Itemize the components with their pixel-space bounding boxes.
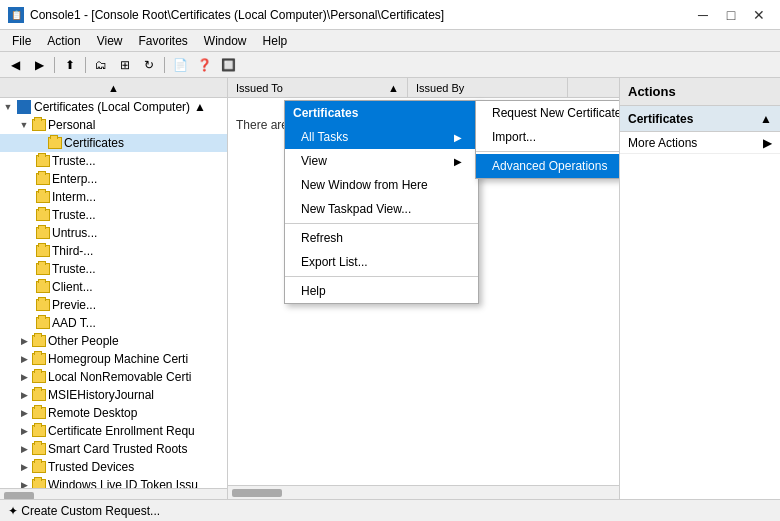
export-button[interactable]: 📄 <box>169 55 191 75</box>
ctx-item-new-taskpad[interactable]: New Taskpad View... <box>285 197 478 221</box>
menu-window[interactable]: Window <box>196 32 255 50</box>
toolbar-sep-2 <box>85 57 86 73</box>
ctx-item-import[interactable]: Import... <box>476 125 620 149</box>
tree-item-local-non[interactable]: ▶ Local NonRemovable Certi <box>0 368 227 386</box>
tree-label-trusted-devices: Trusted Devices <box>48 460 134 474</box>
ctx-item-refresh[interactable]: Refresh <box>285 226 478 250</box>
tree-label: Certificate Enrollment Requ <box>48 424 195 438</box>
main-layout: ▲ ▼ Certificates (Local Computer) ▲ ▼ Pe… <box>0 78 780 499</box>
help-toolbar-button[interactable]: ❓ <box>193 55 215 75</box>
tree-item-msie[interactable]: ▶ MSIEHistoryJournal <box>0 386 227 404</box>
menu-favorites[interactable]: Favorites <box>131 32 196 50</box>
folder-icon <box>36 281 50 293</box>
tree-scroll[interactable]: ▼ Certificates (Local Computer) ▲ ▼ Pers… <box>0 98 227 488</box>
tree-item-interm[interactable]: Interm... <box>0 188 227 206</box>
scroll-thumb <box>232 489 282 497</box>
col-issued-to[interactable]: Issued To ▲ <box>228 78 408 97</box>
toolbar: ◀ ▶ ⬆ 🗂 ⊞ ↻ 📄 ❓ 🔲 <box>0 52 780 78</box>
folder-icon <box>36 191 50 203</box>
folder-icon <box>36 155 50 167</box>
context-menu: Certificates All Tasks ▶ View ▶ New Wind… <box>284 100 479 304</box>
ctx-item-all-tasks[interactable]: All Tasks ▶ <box>285 125 478 149</box>
tree-item-win-live[interactable]: ▶ Windows Live ID Token Issu <box>0 476 227 488</box>
tree-label: Truste... <box>52 208 96 222</box>
extra-button[interactable]: 🔲 <box>217 55 239 75</box>
folder-icon <box>32 461 46 473</box>
forward-button[interactable]: ▶ <box>28 55 50 75</box>
tree-item-certificates[interactable]: Certificates <box>0 134 227 152</box>
folder-icon <box>36 317 50 329</box>
sort-arrow: ▲ <box>388 82 399 94</box>
properties-button[interactable]: ⊞ <box>114 55 136 75</box>
expand-icon: ▶ <box>18 425 30 437</box>
tree-item-personal[interactable]: ▼ Personal <box>0 116 227 134</box>
computer-icon <box>17 100 31 114</box>
actions-section-certificates[interactable]: Certificates ▲ <box>620 106 780 132</box>
toolbar-sep-1 <box>54 57 55 73</box>
actions-item-more[interactable]: More Actions ▶ <box>620 132 780 154</box>
tree-item-untrus[interactable]: Untrus... <box>0 224 227 242</box>
tree-item-cert-enroll[interactable]: ▶ Certificate Enrollment Requ <box>0 422 227 440</box>
folder-icon <box>32 335 46 347</box>
menu-help[interactable]: Help <box>255 32 296 50</box>
ctx-item-help[interactable]: Help <box>285 279 478 303</box>
tree-item-root[interactable]: ▼ Certificates (Local Computer) ▲ <box>0 98 227 116</box>
folder-icon <box>36 263 50 275</box>
ctx-item-new-window[interactable]: New Window from Here <box>285 173 478 197</box>
content-header: Issued To ▲ Issued By <box>228 78 619 98</box>
expand-icon: ▶ <box>18 353 30 365</box>
tree-label: Windows Live ID Token Issu <box>48 478 198 488</box>
tree-label: Third-... <box>52 244 93 258</box>
tree-item-remote[interactable]: ▶ Remote Desktop <box>0 404 227 422</box>
expand-icon: ▶ <box>18 479 30 488</box>
tree-item-enterp[interactable]: Enterp... <box>0 170 227 188</box>
folder-icon <box>36 173 50 185</box>
ctx-item-export[interactable]: Export List... <box>285 250 478 274</box>
folder-icon <box>32 353 46 365</box>
content-horiz-scroll[interactable] <box>228 485 619 499</box>
tree-item-homegroup[interactable]: ▶ Homegroup Machine Certi <box>0 350 227 368</box>
tree-item-trusted-devices[interactable]: ▶ Trusted Devices <box>0 458 227 476</box>
tree-item-truste2[interactable]: Truste... <box>0 206 227 224</box>
content-panel: Issued To ▲ Issued By There are no items… <box>228 78 620 499</box>
minimize-button[interactable]: ─ <box>690 4 716 26</box>
tree-item-aad[interactable]: AAD T... <box>0 314 227 332</box>
tree-label: Interm... <box>52 190 96 204</box>
folder-icon <box>36 245 50 257</box>
tree-label: Homegroup Machine Certi <box>48 352 188 366</box>
col-issued-by[interactable]: Issued By <box>408 78 568 97</box>
folder-icon <box>32 389 46 401</box>
tree-horiz-scroll[interactable] <box>0 488 227 499</box>
tree-item-smart-card[interactable]: ▶ Smart Card Trusted Roots <box>0 440 227 458</box>
tree-item-truste3[interactable]: Truste... <box>0 260 227 278</box>
ctx-sep-3 <box>476 151 620 152</box>
up-button[interactable]: ⬆ <box>59 55 81 75</box>
tree-item-previe[interactable]: Previe... <box>0 296 227 314</box>
show-hide-button[interactable]: 🗂 <box>90 55 112 75</box>
folder-certs-icon <box>48 137 62 149</box>
close-button[interactable]: ✕ <box>746 4 772 26</box>
tree-label: Previe... <box>52 298 96 312</box>
tree-item-third[interactable]: Third-... <box>0 242 227 260</box>
refresh-button[interactable]: ↻ <box>138 55 160 75</box>
menu-action[interactable]: Action <box>39 32 88 50</box>
tree-item-client[interactable]: Client... <box>0 278 227 296</box>
expand-icon: ▶ <box>18 461 30 473</box>
back-button[interactable]: ◀ <box>4 55 26 75</box>
menu-file[interactable]: File <box>4 32 39 50</box>
tree-item-truste1[interactable]: Truste... <box>0 152 227 170</box>
ctx-item-request[interactable]: Request New Certificate... <box>476 101 620 125</box>
tree-label: Enterp... <box>52 172 97 186</box>
tree-item-other[interactable]: ▶ Other People <box>0 332 227 350</box>
menu-view[interactable]: View <box>89 32 131 50</box>
ctx-sep-2 <box>285 276 478 277</box>
expand-icon-certs <box>34 137 46 149</box>
tree-label: Truste... <box>52 262 96 276</box>
ctx-item-advanced-ops[interactable]: Advanced Operations ▶ <box>476 154 620 178</box>
section-arrow-icon: ▲ <box>760 112 772 126</box>
maximize-button[interactable]: □ <box>718 4 744 26</box>
tree-label: Other People <box>48 334 119 348</box>
title-bar-left: 📋 Console1 - [Console Root\Certificates … <box>8 7 444 23</box>
ctx-item-view[interactable]: View ▶ <box>285 149 478 173</box>
expand-icon: ▼ <box>2 101 14 113</box>
